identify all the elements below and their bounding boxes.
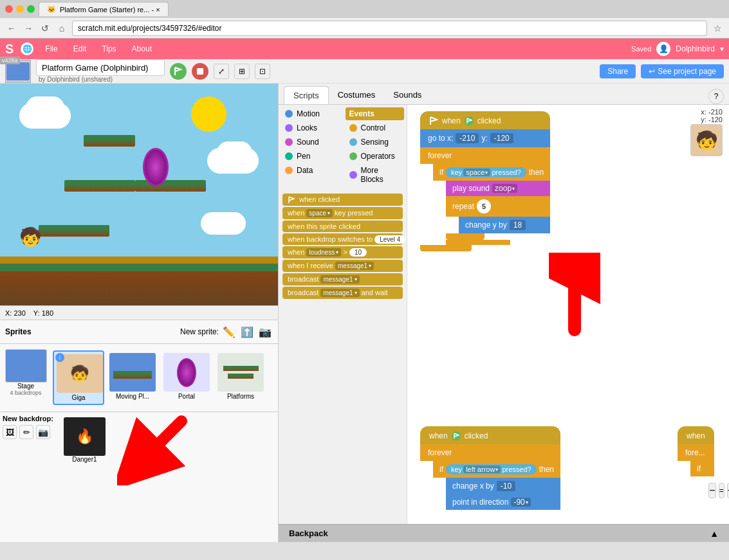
see-project-button[interactable]: ↩ See project page [641,64,724,78]
minimize-button[interactable] [16,5,24,13]
when-loudness-block[interactable]: when loudness > 10 [282,246,403,258]
draw-backdrop-button[interactable]: ✏ [19,425,33,439]
home-button[interactable]: ⌂ [55,22,68,35]
choose-backdrop-button[interactable]: 🖼 [3,425,17,439]
tab-scripts[interactable]: Scripts [284,86,329,104]
forever-block-label[interactable]: forever [420,147,550,164]
when-block-partial[interactable]: when [678,426,714,444]
when-flag-clicked-block[interactable]: when clicked [282,194,403,206]
goto-xy-block[interactable]: go to x: -210 y: -120 [420,129,550,147]
maximize-button[interactable] [27,5,35,13]
pen-label: Pen [297,152,310,161]
giga-sprite-item[interactable]: i 🧒 Giga [53,350,104,405]
broadcast-block[interactable]: broadcast message1 [282,273,403,285]
if-key-space-block[interactable]: if key space ▾ pressed? then [433,164,550,181]
repeat-val[interactable]: 5 [477,199,491,213]
info-badge[interactable]: i [55,353,64,362]
category-more-blocks[interactable]: More Blocks [346,164,405,186]
fore-partial[interactable]: fore... [678,444,714,461]
direction-dropdown[interactable]: -90 ▾ [511,498,530,507]
danger-name: Danger1 [72,456,97,463]
share-button[interactable]: Share [600,64,636,78]
language-button[interactable]: 🌐 [21,42,33,55]
file-menu[interactable]: File [41,43,61,55]
danger-sprite-item[interactable]: 🔥 Danger1 [61,415,108,465]
browser-tab[interactable]: 🐱 Platform Game (Starter) re... - × [39,2,169,16]
category-data[interactable]: Data [281,164,340,177]
moving-platforms-sprite-item[interactable]: Moving Pl... [107,350,158,405]
when-sprite-clicked-block[interactable]: when this sprite clicked [282,221,403,232]
edit-menu[interactable]: Edit [69,43,91,55]
key-space-sensing[interactable]: key space ▾ pressed? [446,167,526,177]
tab-sounds[interactable]: Sounds [384,86,430,104]
zoom-in-button[interactable]: + [727,483,729,498]
sprites-content: Stage 4 backdrops i 🧒 Giga [0,344,278,411]
zoom-reset-button[interactable]: = [719,483,724,498]
tips-menu[interactable]: Tips [98,43,120,55]
category-events[interactable]: Events [346,107,405,120]
backpack-bar[interactable]: Backpack ▲ [279,524,729,542]
sound-dropdown[interactable]: zoop ▾ [492,184,517,193]
back-button[interactable]: ← [5,22,18,35]
close-button[interactable] [5,5,13,13]
camera-sprite-button[interactable]: 📷 [257,324,273,339]
stage-mini-button[interactable]: ⊡ [255,64,270,79]
y-input[interactable]: -120 [490,133,513,143]
change-x-block[interactable]: change x by -10 [446,478,560,494]
repeat-block[interactable]: repeat 5 [446,196,550,217]
cloud-2b [217,141,252,164]
traffic-lights [5,5,35,13]
about-menu[interactable]: About [128,43,156,55]
category-control[interactable]: Control [346,122,405,134]
point-direction-block[interactable]: point in direction -90 ▾ [446,494,560,510]
category-operators[interactable]: Operators [346,150,405,163]
stop-button[interactable] [192,63,208,80]
backdrop-buttons: 🖼 ✏ 📷 [3,425,53,439]
broadcast-wait-block[interactable]: broadcast message1 and wait [282,287,403,299]
stage-canvas[interactable]: 🧒 [0,84,278,305]
fullscreen-button[interactable]: ⤢ [214,64,229,79]
when-key-pressed-block[interactable]: when space key pressed [282,207,403,219]
help-button[interactable]: ? [708,89,724,104]
upload-sprite-button[interactable]: ⬆️ [239,324,255,339]
when-flag-clicked-hat-2[interactable]: when clicked [420,426,560,444]
user-dropdown-icon[interactable]: ▾ [720,44,724,53]
stage-thumb [5,349,47,383]
key-left-sensing[interactable]: key left arrow ▾ pressed? [446,464,537,474]
if-partial[interactable]: if [690,461,714,476]
stage-size-button[interactable]: ⊞ [234,64,250,79]
forever-block-2[interactable]: forever [420,444,560,461]
draw-sprite-button[interactable]: ✏️ [221,324,237,339]
change-y-val[interactable]: 18 [510,220,526,230]
green-flag-button[interactable] [170,63,187,80]
stage-sprite-item[interactable]: Stage 4 backdrops [3,347,49,409]
change-y-block[interactable]: change y by 18 [459,217,550,233]
x-input[interactable]: -210 [456,133,479,143]
project-title-input[interactable] [36,59,165,76]
change-x-val[interactable]: -10 [497,481,515,491]
zoom-out-button[interactable]: − [708,483,715,498]
camera-backdrop-button[interactable]: 📷 [36,425,50,439]
sun [191,96,226,132]
url-input[interactable] [72,21,707,36]
when-receive-block[interactable]: when I receive message1 [282,260,403,272]
category-sensing[interactable]: Sensing [346,136,405,149]
more-blocks-label: More Blocks [361,166,401,184]
category-looks[interactable]: Looks [281,122,340,134]
new-sprite-label: New sprite: [180,327,219,336]
script-group-2: when clicked forever if key left arrow ▾ [420,426,560,510]
when-backdrop-switches-block[interactable]: when backdrop switches to Level 4 [282,233,403,245]
tab-costumes[interactable]: Costumes [329,86,385,104]
platforms-sprite-item[interactable]: Platforms [215,350,266,405]
category-pen[interactable]: Pen [281,150,340,163]
script-workspace[interactable]: when clicked go to x: -210 y: -120 [407,105,729,524]
category-sound[interactable]: Sound [281,136,340,149]
if-left-arrow-block[interactable]: if key left arrow ▾ pressed? then [433,461,560,478]
bookmark-button[interactable]: ☆ [711,22,724,35]
category-motion[interactable]: Motion [281,107,340,120]
forward-button[interactable]: → [22,22,35,35]
portal-sprite-item[interactable]: Portal [161,350,212,405]
when-flag-clicked-hat[interactable]: when clicked [420,111,550,129]
play-sound-block[interactable]: play sound zoop ▾ [446,181,550,196]
reload-button[interactable]: ↺ [39,22,51,35]
